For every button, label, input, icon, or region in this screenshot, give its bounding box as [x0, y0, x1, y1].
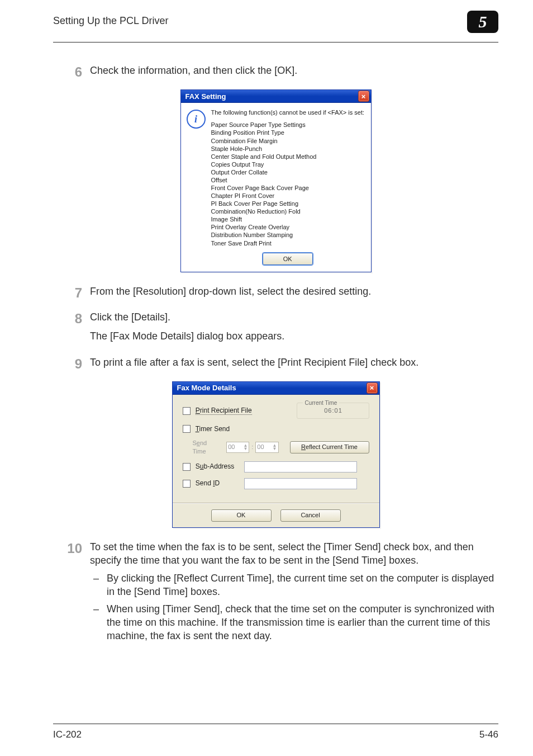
- checkbox-label: Sub-Address: [196, 462, 234, 470]
- dialog-title: Fax Mode Details: [177, 383, 236, 393]
- checkbox-icon: [183, 463, 191, 471]
- step-bullet: By clicking the [Reflect Current Time], …: [90, 571, 498, 599]
- step-9: 9 To print a file after a fax is sent, s…: [53, 356, 498, 374]
- spinner-arrows-icon: ▲▼: [243, 444, 248, 451]
- cancel-button[interactable]: Cancel: [280, 509, 341, 522]
- function-line: Offset: [211, 176, 365, 184]
- send-time-hours[interactable]: 00 ▲▼: [226, 442, 249, 453]
- reflect-current-time-button[interactable]: Reflect Current Time: [290, 441, 369, 453]
- checkbox-label: Print Recipient File: [196, 407, 252, 415]
- checkbox-label: Send ID: [196, 479, 220, 487]
- print-recipient-checkbox[interactable]: Print Recipient File: [183, 406, 252, 415]
- sub-address-checkbox[interactable]: Sub-Address: [183, 462, 244, 471]
- ok-button[interactable]: OK: [263, 253, 313, 265]
- checkbox-icon: [183, 407, 191, 415]
- function-line: Front Cover Page Back Cover Page: [211, 184, 365, 192]
- step-text: Check the information, and then click th…: [90, 64, 498, 77]
- sub-address-field[interactable]: [244, 461, 357, 472]
- titlebar[interactable]: FAX Setting ×: [181, 90, 371, 103]
- time-separator: :: [251, 443, 253, 451]
- footer-left: IC-202: [53, 729, 82, 741]
- send-time-minutes[interactable]: 00 ▲▼: [255, 442, 278, 453]
- step-text: Click the [Details].: [90, 310, 498, 324]
- step-number: 9: [53, 356, 90, 374]
- current-time-group: Current Time 06:01: [297, 403, 369, 419]
- section-title: Setting Up the PCL Driver: [53, 15, 168, 26]
- send-time-label: Send Time: [193, 439, 220, 456]
- function-line: Combination File Margin: [211, 137, 365, 145]
- function-line: Copies Output Tray: [211, 160, 365, 168]
- function-line: Distribution Number Stamping: [211, 231, 365, 239]
- step-10: 10 To set the time when the fax is to be…: [53, 540, 498, 646]
- function-line: Center Staple and Fold Output Method: [211, 153, 365, 160]
- function-line: Paper Source Paper Type Settings: [211, 121, 365, 129]
- step-number: 10: [53, 540, 90, 646]
- step-text: To set the time when the fax is to be se…: [90, 540, 498, 568]
- ok-button[interactable]: OK: [211, 509, 272, 522]
- dialog-message: The following function(s) cannot be used…: [211, 108, 365, 264]
- step-number: 7: [53, 285, 90, 303]
- step-6: 6 Check the information, and then click …: [53, 64, 498, 82]
- timer-send-checkbox[interactable]: Timer Send: [183, 424, 230, 433]
- step-bullet: When using [Timer Send], check that the …: [90, 602, 498, 643]
- function-line: Chapter PI Front Cover: [211, 192, 365, 200]
- fax-mode-details-dialog: Fax Mode Details × Print Recipient File …: [172, 381, 380, 528]
- chapter-number: 5: [467, 11, 498, 33]
- function-line: Toner Save Draft Print: [211, 239, 365, 247]
- step-text: From the [Resolution] drop-down list, se…: [90, 285, 498, 298]
- step-7: 7 From the [Resolution] drop-down list, …: [53, 285, 498, 303]
- checkbox-label: Timer Send: [196, 425, 230, 433]
- step-8: 8 Click the [Details]. The [Fax Mode Det…: [53, 310, 498, 348]
- info-icon: i: [187, 110, 206, 129]
- function-line: Binding Position Print Type: [211, 129, 365, 136]
- function-line: Combination(No Reduction) Fold: [211, 207, 365, 215]
- send-time-row: Send Time 00 ▲▼ : 00 ▲▼ Reflect Current …: [183, 439, 369, 456]
- spinner-arrows-icon: ▲▼: [273, 444, 277, 451]
- function-line: Staple Hole-Punch: [211, 145, 365, 153]
- dialog-title: FAX Setting: [185, 92, 226, 102]
- current-time-value: 06:01: [302, 407, 365, 415]
- send-id-checkbox[interactable]: Send ID: [183, 479, 244, 488]
- checkbox-icon: [183, 480, 191, 488]
- lead-text: The following function(s) cannot be used…: [211, 108, 365, 116]
- value: 00: [257, 443, 264, 451]
- titlebar[interactable]: Fax Mode Details ×: [173, 382, 379, 395]
- step-subtext: The [Fax Mode Details] dialog box appear…: [90, 329, 498, 343]
- close-icon[interactable]: ×: [358, 91, 369, 102]
- value: 00: [228, 443, 235, 451]
- step-number: 6: [53, 64, 90, 82]
- step-number: 8: [53, 310, 90, 348]
- function-line: Print Overlay Create Overlay: [211, 223, 365, 231]
- current-time-label: Current Time: [303, 399, 340, 407]
- page-footer: IC-202 5-46: [53, 724, 498, 741]
- checkbox-icon: [183, 425, 191, 433]
- close-icon[interactable]: ×: [367, 382, 378, 394]
- function-line: Image Shift: [211, 215, 365, 223]
- send-id-field[interactable]: [244, 478, 357, 489]
- page-header: Setting Up the PCL Driver 5: [53, 14, 498, 42]
- function-line: Output Order Collate: [211, 168, 365, 176]
- fax-setting-dialog: FAX Setting × i The following function(s…: [180, 89, 372, 272]
- step-text: To print a file after a fax is sent, sel…: [90, 356, 498, 369]
- function-line: PI Back Cover Per Page Setting: [211, 200, 365, 207]
- footer-right: 5-46: [479, 729, 498, 741]
